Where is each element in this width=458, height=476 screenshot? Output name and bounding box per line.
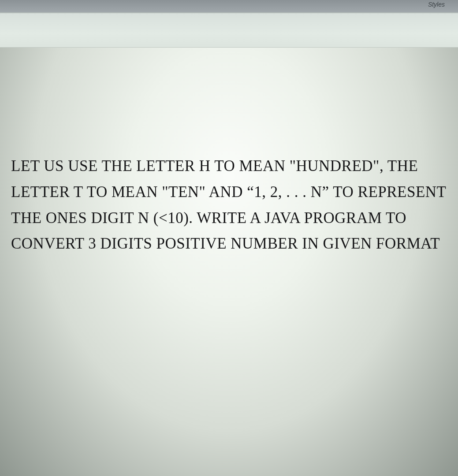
ruler-area — [0, 12, 458, 48]
document-body-text: LET US USE THE LETTER H TO MEAN "HUNDRED… — [11, 153, 454, 257]
ribbon-group-label: Styles — [428, 1, 445, 8]
ribbon-toolbar: Styles — [0, 0, 458, 12]
document-page: LET US USE THE LETTER H TO MEAN "HUNDRED… — [0, 48, 458, 476]
